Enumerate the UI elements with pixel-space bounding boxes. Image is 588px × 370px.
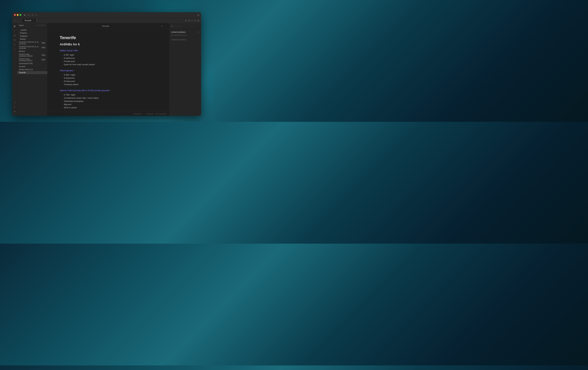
rail-files-icon[interactable]: ⊞ bbox=[13, 24, 16, 28]
sidebar-item-denver[interactable]: Denver bbox=[17, 50, 47, 53]
listing-name-2: Villa Augustas bbox=[60, 69, 73, 72]
tab-close-button[interactable]: ✕ bbox=[33, 20, 34, 21]
list-item: Dedicated workspace bbox=[62, 100, 157, 103]
listing-bullets-3: € 708 / night 10 bedrooms (main villa + … bbox=[60, 93, 157, 109]
right-panel-content: Linked mentions 0 No backlinks found. Un… bbox=[169, 29, 201, 116]
icon-rail: ⊞ ⌕ ◈ ⊟ ⬡ >_ ⬡ ? ⚙ bbox=[12, 23, 17, 116]
png-badge: PNG bbox=[41, 59, 46, 61]
chevron-right-icon: › bbox=[19, 38, 19, 40]
chevron-right-icon: › bbox=[19, 35, 19, 37]
grid-icon[interactable]: ⊞ bbox=[24, 14, 26, 16]
sidebar-item-snippets[interactable]: › Snippets bbox=[17, 35, 47, 38]
rail-blocks-icon[interactable]: ⬡ bbox=[13, 43, 16, 46]
sidebar-item-pasted1[interactable]: Pasted image 20230421130230 PNG bbox=[17, 53, 47, 57]
sidebar-item-projects[interactable]: › Projects bbox=[17, 31, 47, 35]
rail-graph-icon[interactable]: ◈ bbox=[13, 33, 16, 37]
sidebar-item-assets[interactable]: › _assets bbox=[17, 29, 47, 31]
titlebar-icons: ⊞ ◻ ⬡ ⌖ bbox=[24, 14, 37, 16]
listing-bullets-1: € 567 night 6 bedrooms Private pool Quit… bbox=[60, 53, 157, 66]
listing-bullets-2: € 693 / night 6 bedrooms Private pool Cl… bbox=[60, 73, 157, 86]
sidebar-toggle-icon[interactable]: ▤ bbox=[197, 14, 199, 16]
listing-name-1: Malibu Ocean Villa bbox=[60, 49, 77, 52]
rail-settings-icon[interactable]: ⚙ bbox=[13, 110, 16, 113]
sidebar-item-weeks[interactable]: › Weeks bbox=[17, 38, 47, 41]
bookmark-icon[interactable]: ⌖ bbox=[36, 14, 37, 16]
sidebar-item-scratch[interactable]: Scratch bbox=[17, 65, 47, 68]
chevron-right-icon: › bbox=[19, 32, 19, 34]
hash-icon[interactable]: # bbox=[191, 19, 193, 22]
list-item: Closerby airport bbox=[62, 83, 157, 86]
active-tab[interactable]: Tenerife ✕ bbox=[22, 19, 36, 22]
unlinked-mentions-title: Unlinked mentions bbox=[171, 39, 199, 41]
tab-bar: ‹ › Tenerife ✕ + ⛓ ◈ # ☰ ▤ bbox=[12, 18, 201, 23]
external-link-icon: ↗ bbox=[78, 50, 79, 51]
file-label: Pasted image 20230421130230 bbox=[19, 53, 41, 57]
list-view-button[interactable]: ☰ bbox=[171, 25, 173, 27]
list-item: € 567 night bbox=[62, 53, 157, 56]
listing-link-2[interactable]: Villa Augustas ↗ bbox=[60, 69, 75, 72]
title-bar: ⊞ ◻ ⬡ ⌖ ▤ bbox=[12, 12, 201, 18]
sort-desc-button[interactable]: ↓ bbox=[177, 25, 178, 27]
list-item: Next to airport bbox=[62, 106, 157, 109]
external-link-icon: ↗ bbox=[110, 90, 111, 91]
rail-publish-icon[interactable]: ⬡ bbox=[13, 101, 16, 104]
sidebar-item-cleanshot1[interactable]: CleanShot 2023-04-21 at 12.58.02... PNG bbox=[17, 41, 47, 45]
sidebar-item-tenerife[interactable]: Tenerife bbox=[17, 71, 47, 74]
fullscreen-button[interactable] bbox=[20, 14, 21, 16]
sidebar-item-pasted2[interactable]: Pasted image 20230422132011 PNG bbox=[17, 57, 47, 62]
more-button[interactable]: ⋯ bbox=[165, 25, 167, 27]
new-folder-button[interactable]: ⬡ bbox=[39, 24, 41, 27]
menu-icon[interactable]: ☰ bbox=[194, 19, 196, 22]
file-label: Smart Home 2.0 bbox=[19, 69, 33, 71]
editor-toolbar: Tenerife ✎ ⋯ bbox=[48, 23, 169, 29]
close-button[interactable] bbox=[14, 14, 16, 16]
editor-content[interactable]: Tenerife AirBNBs for 6 Malibu Ocean Vill… bbox=[48, 29, 169, 112]
png-badge: PNG bbox=[41, 54, 46, 56]
search-panel-button[interactable]: ⌕ bbox=[179, 25, 181, 27]
char-count: 814 characters bbox=[156, 113, 167, 115]
editor-area: Tenerife ✎ ⋯ Tenerife AirBNBs for 6 Mali… bbox=[48, 23, 169, 116]
rail-terminal-icon[interactable]: >_ bbox=[13, 47, 16, 51]
list-item: Big pool bbox=[62, 103, 157, 106]
nav-back-button[interactable]: ‹ bbox=[14, 19, 16, 22]
close-sidebar-button[interactable]: ✕ bbox=[44, 24, 46, 27]
listing-link-1[interactable]: Malibu Ocean Villa ↗ bbox=[60, 49, 79, 52]
folder-icon[interactable]: ⬡ bbox=[32, 14, 33, 16]
sort-asc-button[interactable]: ↑ bbox=[174, 25, 176, 27]
sidebar-item-scamcity[interactable]: scamcity.be SSL bbox=[17, 62, 47, 65]
link-icon[interactable]: ⛓ bbox=[185, 19, 187, 22]
file-icon[interactable]: ◻ bbox=[28, 14, 30, 16]
rail-help-icon[interactable]: ? bbox=[13, 105, 16, 109]
new-tab-button[interactable]: + bbox=[36, 19, 38, 22]
editor-title: Tenerife bbox=[102, 25, 109, 27]
sidebar-actions: ✎ ⬡ ⇅ ✕ bbox=[37, 24, 46, 27]
tab-nav: ‹ › bbox=[14, 19, 19, 22]
right-panel-toolbar: ☰ ↑ ↓ ⌕ bbox=[169, 23, 201, 29]
file-tree: › _assets › Projects › Snippets › Weeks … bbox=[17, 28, 47, 116]
graph-icon[interactable]: ◈ bbox=[189, 19, 190, 22]
rail-search-icon[interactable]: ⌕ bbox=[13, 29, 16, 33]
right-sidebar-icon[interactable]: ▤ bbox=[197, 19, 199, 22]
nav-forward-button[interactable]: › bbox=[17, 19, 19, 22]
minimize-button[interactable] bbox=[17, 14, 19, 16]
new-note-button[interactable]: ✎ bbox=[37, 24, 38, 27]
list-item: 6 bedrooms bbox=[62, 56, 157, 60]
file-sidebar: Vault ✎ ⬡ ⇅ ✕ › _assets › Projects bbox=[17, 23, 48, 116]
list-item: Private pool bbox=[62, 60, 157, 63]
sidebar-item-smarthome[interactable]: Smart Home 2.0 bbox=[17, 68, 47, 71]
sort-button[interactable]: ⇅ bbox=[42, 24, 43, 27]
word-count: 123 words bbox=[146, 113, 154, 115]
file-label: Pasted image 20230422132011 bbox=[19, 58, 41, 62]
sidebar-vault-title: Vault bbox=[19, 24, 24, 27]
folder-label: Projects bbox=[20, 32, 27, 34]
linked-mentions-count: 0 bbox=[198, 31, 199, 33]
list-item: € 708 / night bbox=[62, 93, 157, 96]
sidebar-item-cleanshot2[interactable]: CleanShot 2023-04-21 at 13.00.56... PNG bbox=[17, 45, 47, 50]
titlebar-right-icons: ▤ bbox=[197, 12, 199, 18]
edit-button[interactable]: ✎ bbox=[161, 25, 163, 27]
tab-label: Tenerife bbox=[24, 19, 32, 22]
rail-calendar-icon[interactable]: ⊟ bbox=[13, 38, 16, 42]
listing-name-3: Alamos Park-stunning villa in HUGE priva… bbox=[60, 89, 109, 92]
listing-link-3[interactable]: Alamos Park-stunning villa in HUGE priva… bbox=[60, 89, 111, 92]
folder-label: Weeks bbox=[20, 38, 26, 40]
